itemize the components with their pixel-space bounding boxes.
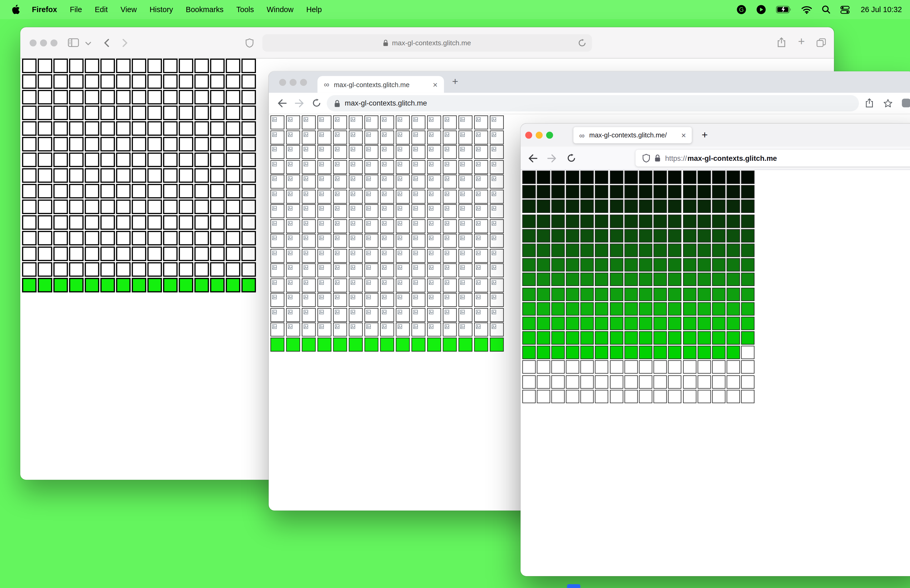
zoom-window-button[interactable] [546, 132, 553, 139]
battery-charging-icon[interactable] [776, 6, 792, 13]
canvas-cell-broken [427, 189, 441, 204]
canvas-cell-broken [270, 278, 284, 292]
canvas-cell [741, 390, 755, 403]
canvas-cell [639, 200, 653, 213]
address-bar[interactable]: https:// max-gl-contexts.glitch.me [635, 150, 910, 166]
address-bar[interactable]: max-gl-contexts.glitch.me [327, 95, 859, 111]
broken-image-icon [398, 324, 402, 329]
tab-close-icon[interactable]: × [433, 80, 438, 89]
canvas-cell-broken [333, 116, 347, 129]
new-tab-button[interactable]: + [702, 129, 708, 141]
canvas-cell [610, 185, 623, 199]
grammarly-icon[interactable]: G [737, 5, 746, 15]
canvas-cell [580, 229, 594, 242]
canvas-cell-broken [302, 189, 316, 204]
share-icon[interactable] [777, 37, 786, 48]
firefox-tabbar[interactable]: ∞ max-gl-contexts.glitch.me/ × + [520, 123, 910, 147]
forward-icon[interactable] [547, 154, 556, 163]
menu-help[interactable]: Help [300, 5, 328, 14]
canvas-cell [668, 375, 682, 388]
media-play-status-icon[interactable] [756, 5, 766, 15]
apple-menu-icon[interactable] [11, 5, 20, 15]
close-window-button[interactable] [279, 79, 286, 86]
back-icon[interactable] [528, 154, 537, 163]
broken-image-icon [288, 176, 293, 181]
dock-peek[interactable] [567, 584, 580, 588]
reload-icon[interactable] [567, 154, 575, 162]
broken-image-icon [335, 176, 339, 181]
menu-edit[interactable]: Edit [89, 5, 114, 14]
forward-icon[interactable] [295, 99, 304, 108]
desktop: Firefox File Edit View History Bookmarks… [0, 0, 910, 588]
broken-image-icon [272, 295, 277, 299]
address-bar[interactable]: max-gl-contexts.glitch.me [262, 34, 592, 52]
canvas-cell [116, 90, 131, 105]
spotlight-search-icon[interactable] [822, 5, 831, 14]
tracking-protection-shield-icon[interactable] [642, 154, 650, 162]
canvas-cell [683, 390, 696, 403]
minimize-window-button[interactable] [535, 132, 542, 139]
canvas-cell [38, 262, 52, 277]
menu-bookmarks[interactable]: Bookmarks [179, 5, 230, 14]
reload-icon[interactable] [578, 39, 586, 47]
canvas-cell-broken [318, 249, 331, 262]
browser-tab[interactable]: ∞ max-gl-contexts.glitch.me/ × [574, 127, 692, 144]
canvas-cell [163, 90, 178, 105]
menu-file[interactable]: File [63, 5, 89, 14]
tab-close-icon[interactable]: × [681, 131, 686, 140]
lock-icon[interactable] [335, 100, 340, 107]
menu-app-firefox[interactable]: Firefox [26, 5, 63, 14]
menu-history[interactable]: History [143, 5, 179, 14]
canvas-cell [210, 137, 225, 151]
canvas-cell [551, 258, 565, 271]
canvas-cell [698, 229, 711, 242]
menubar-clock[interactable]: 26 Jul 10:32 [861, 5, 902, 14]
broken-image-icon [319, 132, 324, 137]
broken-image-icon [288, 162, 293, 166]
menu-view[interactable]: View [114, 5, 143, 14]
wifi-icon[interactable] [802, 5, 812, 14]
canvas-cell [194, 231, 209, 245]
canvas-cell [668, 200, 682, 213]
canvas-cell [727, 244, 740, 257]
share-icon[interactable] [865, 98, 873, 108]
reload-icon[interactable] [312, 99, 321, 107]
back-icon[interactable] [278, 99, 287, 108]
chevron-down-icon[interactable] [85, 42, 91, 45]
chrome-tabstrip[interactable]: ∞ max-gl-contexts.glitch.me × + [268, 71, 910, 93]
canvas-cell [100, 59, 115, 73]
canvas-cell [566, 244, 579, 257]
new-tab-button[interactable]: + [798, 35, 805, 48]
menu-window[interactable]: Window [260, 5, 300, 14]
extension-icon[interactable] [902, 99, 910, 107]
tab-overview-icon[interactable] [816, 38, 826, 47]
broken-image-icon [460, 176, 465, 181]
forward-icon[interactable] [123, 39, 128, 47]
menu-tools[interactable]: Tools [230, 5, 260, 14]
minimize-window-button[interactable] [40, 39, 47, 46]
sidebar-toggle-icon[interactable] [68, 38, 79, 47]
new-tab-button[interactable]: + [452, 76, 458, 88]
control-center-icon[interactable] [840, 5, 850, 14]
lock-icon[interactable] [655, 154, 660, 162]
canvas-cell [69, 105, 84, 120]
bookmark-star-icon[interactable] [883, 99, 892, 108]
canvas-cell [566, 360, 579, 374]
canvas-cell-broken [458, 204, 472, 218]
zoom-window-button[interactable] [50, 39, 57, 46]
zoom-window-button[interactable] [300, 79, 307, 86]
canvas-cell [741, 360, 755, 374]
close-window-button[interactable] [525, 132, 532, 139]
canvas-cell [100, 262, 115, 277]
broken-image-icon [476, 191, 480, 196]
close-window-button[interactable] [29, 39, 36, 46]
canvas-cell [551, 390, 565, 403]
safari-titlebar[interactable]: max-gl-contexts.glitch.me + [20, 27, 834, 59]
canvas-cell [595, 317, 608, 330]
privacy-shield-icon[interactable] [246, 38, 254, 47]
browser-tab[interactable]: ∞ max-gl-contexts.glitch.me × [318, 76, 444, 93]
canvas-cell [163, 184, 178, 199]
minimize-window-button[interactable] [289, 79, 296, 86]
back-icon[interactable] [104, 39, 109, 47]
canvas-cell [270, 338, 284, 351]
